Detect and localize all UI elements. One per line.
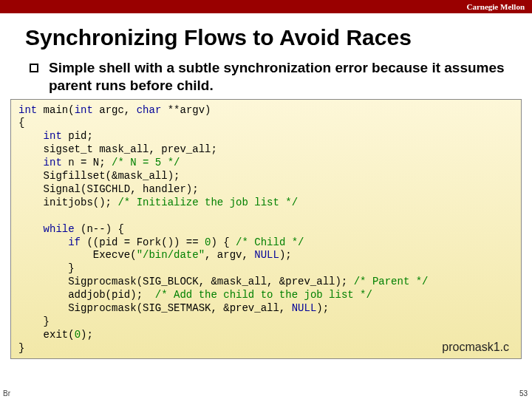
- code-content: int main(int argc, char **argv) { int pi…: [18, 104, 514, 355]
- slide-title: Synchronizing Flows to Avoid Races: [25, 25, 532, 50]
- header-bar: Carnegie Mellon: [0, 0, 532, 13]
- code-block: int main(int argc, char **argv) { int pi…: [10, 99, 522, 359]
- bullet-row: Simple shell with a subtle synchronizati…: [30, 59, 510, 95]
- bullet-text: Simple shell with a subtle synchronizati…: [49, 59, 510, 95]
- footer-left: Br: [3, 389, 10, 398]
- bullet-icon: [30, 64, 38, 72]
- page-number: 53: [519, 389, 528, 398]
- code-filename: procmask1.c: [442, 340, 509, 355]
- institution-label: Carnegie Mellon: [466, 2, 525, 11]
